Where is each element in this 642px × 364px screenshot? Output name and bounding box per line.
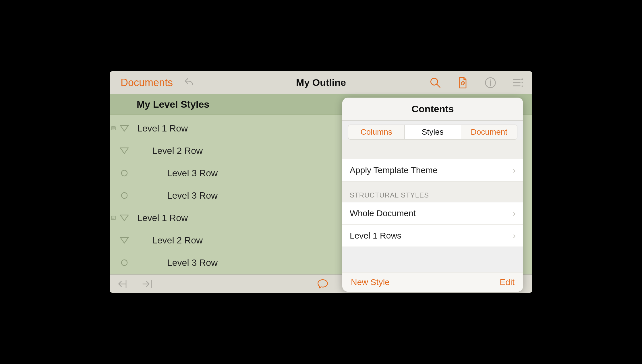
toolbar: Documents My Outline [110, 71, 532, 94]
document-wrench-icon [457, 76, 469, 89]
outdent-icon [117, 279, 129, 289]
note-button[interactable] [315, 276, 330, 291]
disclosure-triangle-icon[interactable] [117, 214, 132, 222]
row-label: Level 3 Row [132, 190, 218, 201]
disclosure-triangle-icon[interactable] [117, 237, 132, 244]
bullet-circle-icon [117, 192, 132, 199]
search-icon [429, 76, 442, 89]
svg-point-5 [521, 85, 523, 86]
row-label: Level 3 Row [132, 168, 218, 179]
svg-point-8 [121, 193, 127, 198]
apply-template-theme-cell[interactable]: Apply Template Theme › [342, 159, 523, 181]
chevron-right-icon: › [513, 165, 516, 175]
bullet-circle-icon [117, 259, 132, 266]
undo-button[interactable] [181, 75, 196, 90]
outline-title: My Level Styles [137, 99, 209, 110]
disclosure-triangle-icon[interactable] [117, 147, 132, 154]
svg-point-10 [121, 260, 127, 266]
edit-styles-button[interactable]: Edit [500, 277, 515, 287]
structural-styles-header: STRUCTURAL STYLES [342, 181, 523, 202]
chat-bubble-icon [316, 278, 329, 290]
popover-tabs: Columns Styles Document [348, 125, 517, 140]
chevron-right-icon: › [513, 208, 516, 218]
note-indicator [110, 216, 117, 220]
bullet-circle-icon [117, 169, 132, 177]
indent-icon [141, 279, 153, 289]
bottom-left-group [117, 276, 153, 291]
new-style-button[interactable]: New Style [351, 277, 390, 287]
indent-button[interactable] [141, 276, 153, 291]
popover-body: Apply Template Theme › STRUCTURAL STYLES… [342, 140, 523, 272]
row-label: Level 2 Row [132, 235, 203, 246]
document-title: My Outline [296, 77, 346, 88]
popover-footer: New Style Edit [342, 272, 523, 292]
row-label: Level 3 Row [132, 257, 218, 268]
search-button[interactable] [428, 75, 443, 90]
svg-point-4 [521, 82, 523, 83]
cell-label: Apply Template Theme [350, 165, 438, 175]
app-screen: Documents My Outline [110, 71, 532, 293]
svg-point-2 [490, 79, 491, 80]
svg-point-7 [121, 170, 127, 176]
info-icon [484, 76, 497, 89]
tab-columns[interactable]: Columns [348, 125, 404, 139]
style-cell[interactable]: Whole Document› [342, 202, 523, 224]
undo-icon [183, 76, 195, 89]
device-frame: Documents My Outline [107, 67, 535, 297]
contents-button[interactable] [455, 75, 470, 90]
row-label: Level 2 Row [132, 146, 203, 156]
toolbar-right [428, 75, 530, 90]
row-label: Level 1 Row [132, 123, 188, 134]
svg-point-3 [521, 78, 523, 80]
toolbar-left: Documents [112, 75, 428, 90]
note-indicator [110, 126, 117, 131]
tab-document[interactable]: Document [461, 125, 517, 139]
contents-popover: Contents Columns Styles Document Apply T… [342, 98, 523, 292]
popover-title: Contents [342, 98, 523, 121]
chevron-right-icon: › [513, 231, 516, 241]
structural-styles-list: Whole Document›Level 1 Rows› [342, 202, 523, 247]
style-cell[interactable]: Level 1 Rows› [342, 224, 523, 247]
cell-label: Whole Document [350, 208, 416, 218]
tab-styles[interactable]: Styles [404, 125, 461, 139]
outdent-button[interactable] [117, 276, 129, 291]
list-settings-icon [512, 76, 524, 89]
disclosure-triangle-icon[interactable] [117, 125, 132, 132]
cell-label: Level 1 Rows [350, 231, 401, 241]
row-label: Level 1 Row [132, 213, 188, 223]
spacer [342, 140, 523, 159]
documents-button[interactable]: Documents [112, 77, 181, 89]
edit-menu-button[interactable] [510, 75, 525, 90]
info-button[interactable] [483, 75, 498, 90]
